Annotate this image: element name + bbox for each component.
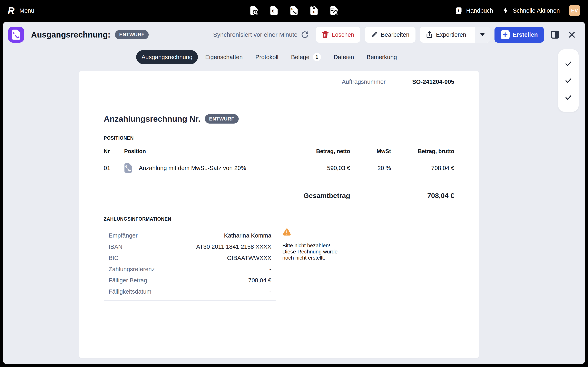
svg-text:i: i bbox=[458, 8, 459, 12]
delete-label: Löschen bbox=[332, 31, 354, 38]
tab-bemerkung[interactable]: Bemerkung bbox=[361, 50, 402, 64]
row-brutto: 708,04 € bbox=[397, 165, 454, 171]
export-label: Exportieren bbox=[436, 31, 466, 38]
payment-value: AT30 2011 1841 2158 XXXX bbox=[196, 243, 271, 250]
check-icon[interactable] bbox=[565, 60, 572, 67]
payment-label: Fälliger Betrag bbox=[109, 277, 147, 284]
quick-actions-button[interactable]: Schnelle Aktionen bbox=[502, 7, 560, 15]
page-title: Ausgangsrechnung: bbox=[31, 30, 111, 39]
payment-info-box: Empfänger Katharina Komma IBAN AT30 2011… bbox=[104, 227, 276, 300]
order-number-label: Auftragsnummer bbox=[342, 78, 385, 85]
row-position: Anzahlung mit dem MwSt.-Satz von 20% bbox=[139, 165, 246, 171]
check-icon[interactable] bbox=[565, 94, 572, 101]
payment-value: - bbox=[269, 266, 271, 273]
draft-warning: Bitte nicht bezahlen! Diese Rechnung wur… bbox=[282, 228, 368, 261]
payment-row: Fälligkeitsdatum - bbox=[109, 286, 271, 297]
total-label: Gesamtbetrag bbox=[297, 192, 350, 200]
plus-icon bbox=[501, 30, 510, 39]
close-icon bbox=[568, 30, 576, 39]
order-number-row: Auftragsnummer SO-241204-005 bbox=[104, 71, 454, 85]
export-dropdown-toggle[interactable] bbox=[475, 27, 490, 43]
tab-label: Ausgangsrechnung bbox=[141, 54, 192, 60]
invoice-recurring-icon[interactable] bbox=[330, 6, 338, 15]
col-mwst: MwSt bbox=[356, 148, 391, 155]
col-netto: Betrag, netto bbox=[297, 148, 350, 155]
chevron-down-icon bbox=[480, 33, 485, 36]
side-panel-toggle[interactable] bbox=[548, 30, 562, 40]
payment-value: GIBAATWWXXX bbox=[227, 255, 271, 261]
total-value: 708,04 € bbox=[397, 192, 454, 200]
app-menu[interactable]: R Menü bbox=[8, 5, 34, 16]
tab-label: Belege bbox=[291, 54, 310, 60]
outgoing-invoice-app-icon: € bbox=[8, 27, 24, 43]
payment-row: Empfänger Katharina Komma bbox=[109, 230, 271, 241]
svg-text:€: € bbox=[291, 7, 293, 11]
check-icon[interactable] bbox=[565, 77, 572, 84]
col-position: Position bbox=[124, 148, 291, 155]
invoice-clock-icon[interactable] bbox=[250, 6, 258, 15]
warning-line: Bitte nicht bezahlen! bbox=[282, 242, 368, 249]
col-nr: Nr bbox=[104, 148, 118, 155]
handbook-button[interactable]: i Handbuch bbox=[455, 7, 493, 14]
export-icon bbox=[426, 31, 433, 38]
tab-ausgangsrechnung[interactable]: Ausgangsrechnung bbox=[136, 50, 198, 64]
tab-belege[interactable]: Belege 1 bbox=[286, 50, 326, 64]
invoice-incoming-icon[interactable]: € bbox=[310, 6, 318, 15]
payment-row: IBAN AT30 2011 1841 2158 XXXX bbox=[109, 241, 271, 252]
invoice-outgoing-icon: € bbox=[12, 29, 21, 40]
pencil-icon bbox=[371, 31, 378, 38]
positions-table-header: Nr Position Betrag, netto MwSt Betrag, b… bbox=[104, 148, 454, 155]
tab-protokoll[interactable]: Protokoll bbox=[250, 50, 284, 64]
delete-button[interactable]: Löschen bbox=[316, 27, 360, 43]
invoice-outgoing-icon: € bbox=[124, 163, 132, 173]
close-button[interactable] bbox=[566, 30, 578, 39]
payment-label: Empfänger bbox=[109, 232, 138, 239]
payment-heading: ZAHLUNGSINFORMATIONEN bbox=[104, 216, 454, 222]
tab-label: Bemerkung bbox=[367, 54, 397, 60]
topbar: R Menü € € € bbox=[0, 0, 588, 21]
edit-label: Bearbeiten bbox=[381, 31, 409, 38]
tab-bar: Ausgangsrechnung Eigenschaften Protokoll… bbox=[136, 50, 402, 64]
sync-status-text: Synchronisiert vor einer Minute bbox=[213, 31, 298, 38]
warning-line: Diese Rechnung wurde bbox=[282, 249, 368, 255]
sync-status: Synchronisiert vor einer Minute bbox=[213, 31, 309, 39]
svg-text:€: € bbox=[272, 8, 275, 13]
payment-row: Fälliger Betrag 708,04 € bbox=[109, 275, 271, 286]
side-panel-icon bbox=[550, 30, 560, 40]
payment-value: 708,04 € bbox=[248, 277, 271, 284]
invoice-status-badge: ENTWURF bbox=[205, 114, 238, 124]
payment-value: Katharina Komma bbox=[224, 232, 271, 239]
payment-row: Zahlungsreferenz - bbox=[109, 264, 271, 275]
menu-label: Menü bbox=[19, 7, 34, 14]
handbook-label: Handbuch bbox=[466, 7, 493, 14]
warning-triangle-icon bbox=[282, 228, 291, 236]
modal-header: € Ausgangsrechnung: ENTWURF Synchronisie… bbox=[8, 26, 578, 43]
payment-value: - bbox=[269, 288, 271, 295]
tab-label: Protokoll bbox=[255, 54, 278, 60]
row-netto: 590,03 € bbox=[297, 165, 350, 171]
tab-dateien[interactable]: Dateien bbox=[328, 50, 359, 64]
validation-check-panel bbox=[558, 49, 579, 112]
row-nr: 01 bbox=[104, 165, 118, 171]
invoice-modal: € Ausgangsrechnung: ENTWURF Synchronisie… bbox=[3, 22, 585, 364]
payment-label: Zahlungsreferenz bbox=[109, 266, 155, 273]
tab-eigenschaften[interactable]: Eigenschaften bbox=[200, 50, 248, 64]
row-mwst: 20 % bbox=[356, 165, 391, 171]
svg-text:€: € bbox=[13, 31, 15, 35]
invoice-title: Anzahlungsrechnung Nr. bbox=[104, 114, 200, 124]
user-avatar[interactable]: EV bbox=[569, 5, 580, 16]
edit-button[interactable]: Bearbeiten bbox=[365, 27, 415, 43]
svg-text:€: € bbox=[313, 10, 315, 14]
tab-label: Eigenschaften bbox=[205, 54, 243, 60]
table-row[interactable]: 01 € Anzahlung mit dem MwSt.-Satz von 20… bbox=[104, 163, 454, 173]
payment-label: Fälligkeitsdatum bbox=[109, 288, 151, 295]
invoice-euro-icon[interactable]: € bbox=[270, 6, 278, 15]
invoice-outgoing-icon[interactable]: € bbox=[290, 6, 298, 15]
svg-text:€: € bbox=[125, 165, 127, 168]
refresh-icon[interactable] bbox=[301, 31, 309, 39]
create-label: Erstellen bbox=[513, 31, 538, 38]
payment-label: IBAN bbox=[109, 243, 122, 250]
lightning-bolt-icon bbox=[502, 7, 509, 15]
export-button[interactable]: Exportieren bbox=[420, 27, 490, 43]
create-button[interactable]: Erstellen bbox=[494, 27, 544, 43]
